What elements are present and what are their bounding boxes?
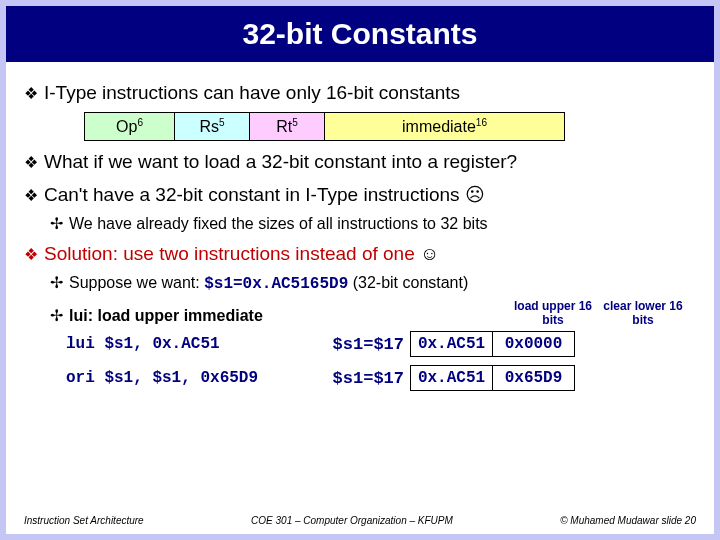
sub-bullet-suppose: ✢ Suppose we want: $s1=0x.AC5165D9 (32-b…	[50, 273, 696, 293]
footer-center: COE 301 – Computer Organization – KFUPM	[251, 515, 453, 526]
code-row-ori: ori $s1, $s1, 0x65D9 $s1=$17 0x.AC51 0x6…	[24, 365, 696, 391]
bullet-solution-text: Solution: use two instructions instead o…	[44, 243, 439, 265]
sub-bullet-1: ✢ We have already fixed the sizes of all…	[50, 214, 696, 233]
lui-instruction: lui $s1, 0x.AC51	[66, 335, 316, 353]
header-clear-lower: clear lower 16 bits	[602, 299, 684, 327]
ori-lower: 0x65D9	[493, 366, 575, 391]
code-row-lui: lui $s1, 0x.AC51 $s1=$17 0x.AC51 0x0000	[24, 331, 696, 357]
lui-upper: 0x.AC51	[411, 332, 493, 357]
lui-lower: 0x0000	[493, 332, 575, 357]
footer: Instruction Set Architecture COE 301 – C…	[24, 515, 696, 526]
lui-register: $s1=$17	[316, 335, 410, 354]
sub-lui-text: lui: load upper immediate	[69, 307, 263, 325]
bullet-1: ❖ I-Type instructions can have only 16-b…	[24, 82, 696, 104]
ori-register: $s1=$17	[316, 369, 410, 388]
bullet-1-text: I-Type instructions can have only 16-bit…	[44, 82, 460, 104]
instruction-format-table: Op6 Rs5 Rt5 immediate16	[84, 112, 565, 141]
sub-bullet-1-text: We have already fixed the sizes of all i…	[69, 215, 488, 233]
bullet-3-text: Can't have a 32-bit constant in I-Type i…	[44, 183, 485, 206]
footer-left: Instruction Set Architecture	[24, 515, 144, 526]
field-immediate: immediate16	[325, 113, 565, 141]
plus-icon: ✢	[50, 273, 63, 292]
sub-bullet-lui: ✢ lui: load upper immediate	[50, 306, 512, 325]
sub-suppose-text: Suppose we want: $s1=0x.AC5165D9 (32-bit…	[69, 274, 468, 293]
field-rs: Rs5	[175, 113, 250, 141]
diamond-icon: ❖	[24, 186, 38, 205]
title-bar: 32-bit Constants	[6, 6, 714, 62]
lui-result-table: 0x.AC51 0x0000	[410, 331, 575, 357]
diamond-icon: ❖	[24, 153, 38, 172]
header-load-upper: load upper 16 bits	[512, 299, 594, 327]
field-op: Op6	[85, 113, 175, 141]
plus-icon: ✢	[50, 306, 63, 325]
page-title: 32-bit Constants	[242, 17, 477, 51]
happy-face-icon: ☺	[420, 243, 439, 264]
field-rt: Rt5	[250, 113, 325, 141]
column-headers: load upper 16 bits clear lower 16 bits	[512, 299, 684, 327]
ori-upper: 0x.AC51	[411, 366, 493, 391]
slide-content: ❖ I-Type instructions can have only 16-b…	[6, 62, 714, 391]
diamond-icon: ❖	[24, 84, 38, 103]
footer-right: © Muhamed Mudawar slide 20	[560, 515, 696, 526]
plus-icon: ✢	[50, 214, 63, 233]
bullet-solution: ❖ Solution: use two instructions instead…	[24, 243, 696, 265]
ori-instruction: ori $s1, $s1, 0x65D9	[66, 369, 316, 387]
bullet-3: ❖ Can't have a 32-bit constant in I-Type…	[24, 183, 696, 206]
diamond-icon: ❖	[24, 245, 38, 264]
bullet-2-text: What if we want to load a 32-bit constan…	[44, 151, 517, 173]
sad-face-icon: ☹	[465, 184, 485, 205]
ori-result-table: 0x.AC51 0x65D9	[410, 365, 575, 391]
bullet-2: ❖ What if we want to load a 32-bit const…	[24, 151, 696, 173]
